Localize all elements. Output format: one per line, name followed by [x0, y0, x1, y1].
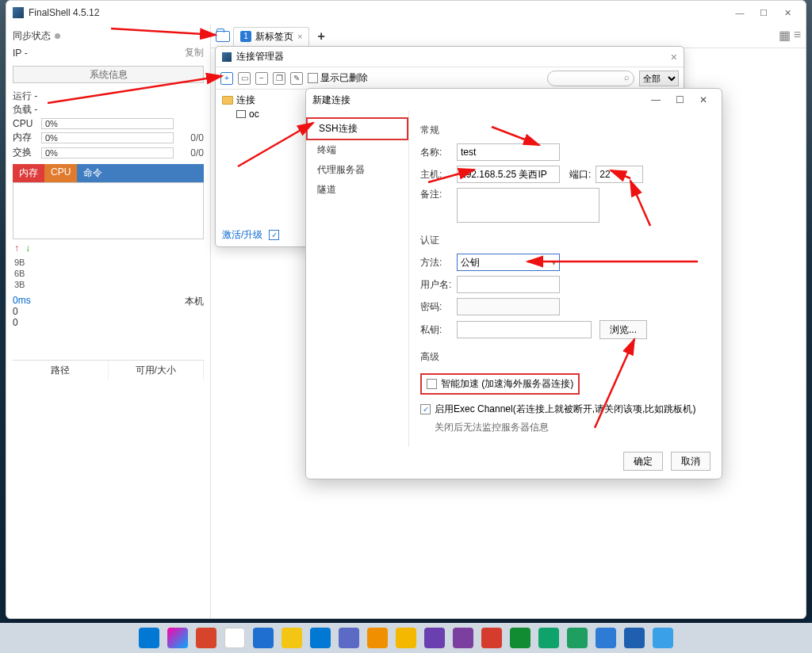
smart-accel-checkbox[interactable]: [427, 379, 437, 389]
app-icon: [13, 7, 24, 18]
col-size[interactable]: 可用/大小: [109, 361, 205, 380]
tab-close-icon[interactable]: ×: [297, 32, 302, 41]
new-conn-title: 新建连接: [312, 94, 350, 107]
tab-cpu[interactable]: CPU: [44, 164, 77, 182]
nc-close-button[interactable]: ✕: [691, 94, 715, 105]
host-field[interactable]: [457, 166, 560, 183]
conn-type-proxy[interactable]: 代理服务器: [306, 160, 408, 180]
tabstrip: 1 新标签页 × +: [211, 25, 806, 48]
upload-icon: ↑: [14, 242, 19, 254]
taskbar-app[interactable]: [453, 628, 473, 648]
taskbar-app[interactable]: [253, 628, 274, 648]
taskbar-app[interactable]: [282, 628, 302, 648]
browse-button[interactable]: 浏览...: [599, 320, 647, 339]
sync-status-label: 同步状态: [13, 29, 51, 43]
copy-button[interactable]: 复制: [185, 46, 204, 59]
sidebar: 同步状态 IP - 复制 系统信息 运行 - 负载 - CPU 0% 内存 0%…: [6, 25, 211, 618]
ok-button[interactable]: 确定: [623, 452, 663, 471]
edit-icon[interactable]: ✎: [290, 72, 303, 85]
taskbar-app[interactable]: [510, 628, 530, 648]
taskbar[interactable]: [0, 623, 812, 653]
cpu-bar: 0%: [41, 118, 174, 129]
dialog-icon: [222, 52, 232, 62]
download-icon: ↓: [25, 242, 30, 254]
ip-label: IP: [13, 48, 21, 59]
nc-minimize-button[interactable]: —: [644, 94, 668, 105]
titlebar: FinalShell 4.5.12 — ☐ ✕: [6, 1, 806, 25]
list-view-icon[interactable]: ≡: [794, 28, 801, 43]
taskbar-app[interactable]: [481, 628, 502, 648]
swap-ratio: 0/0: [177, 147, 204, 158]
minimize-button[interactable]: —: [728, 5, 752, 21]
taskbar-app[interactable]: [567, 628, 588, 648]
taskbar-app[interactable]: [596, 628, 616, 648]
exec-note: 关闭后无法监控服务器信息: [435, 421, 710, 434]
new-folder-icon[interactable]: ▭: [238, 72, 251, 85]
taskbar-app[interactable]: [339, 628, 359, 648]
conn-type-list: SSH连接 终端 代理服务器 隧道: [306, 111, 409, 447]
conn-type-ssh[interactable]: SSH连接: [306, 117, 408, 140]
ip-value: -: [25, 48, 28, 59]
tab-label: 新标签页: [255, 30, 293, 44]
grid-view-icon[interactable]: ▦: [779, 28, 791, 43]
taskbar-app[interactable]: [224, 628, 245, 648]
smart-accel-row[interactable]: 智能加速 (加速海外服务器连接): [420, 373, 580, 395]
filter-select[interactable]: 全部: [639, 71, 679, 86]
taskbar-app[interactable]: [424, 628, 445, 648]
maximize-button[interactable]: ☐: [752, 5, 776, 21]
conn-mgr-title: 连接管理器: [236, 50, 284, 63]
connections-icon[interactable]: [216, 31, 230, 42]
taskbar-app[interactable]: [139, 628, 159, 648]
exec-channel-checkbox[interactable]: [420, 404, 431, 414]
taskbar-app[interactable]: [367, 628, 388, 648]
auth-method-select[interactable]: 公钥: [457, 254, 560, 271]
host-icon: [236, 110, 246, 118]
conn-type-tunnel[interactable]: 隧道: [306, 180, 408, 200]
local-label: 本机: [185, 295, 204, 308]
group-general: 常规: [420, 124, 710, 137]
remark-field[interactable]: [457, 188, 599, 223]
conn-mgr-toolbar: + ▭ − ❐ ✎ 显示已删除 全部: [216, 67, 684, 90]
shanghai[interactable]: [538, 628, 559, 648]
new-connection-dialog: 新建连接 — ☐ ✕ SSH连接 终端 代理服务器 隧道 常规 名称: 主机: …: [305, 88, 722, 479]
new-tab-button[interactable]: +: [312, 29, 329, 44]
swap-label: 交换: [13, 146, 38, 159]
folder-icon: [222, 96, 233, 105]
username-field[interactable]: [457, 276, 560, 293]
sync-dot-icon: [55, 33, 60, 39]
copy-icon[interactable]: ❐: [273, 72, 285, 85]
latency-value: 0ms: [13, 295, 31, 306]
close-button[interactable]: ✕: [776, 5, 799, 21]
show-deleted-checkbox[interactable]: 显示已删除: [308, 71, 368, 85]
search-input[interactable]: [547, 71, 634, 86]
password-field: [457, 298, 560, 315]
col-path[interactable]: 路径: [13, 361, 109, 380]
taskbar-app[interactable]: [196, 628, 216, 648]
taskbar-app[interactable]: [624, 628, 645, 648]
new-connection-icon[interactable]: +: [220, 72, 233, 85]
system-info-button[interactable]: 系统信息: [13, 66, 204, 83]
perf-chart: [13, 182, 204, 239]
activate-link[interactable]: 激活/升级: [222, 228, 262, 242]
tab-memory[interactable]: 内存: [13, 164, 44, 182]
nc-maximize-button[interactable]: ☐: [668, 94, 691, 105]
private-key-field[interactable]: [457, 321, 592, 338]
delete-icon[interactable]: −: [255, 72, 268, 85]
taskbar-app[interactable]: [653, 628, 673, 648]
footer-checkbox[interactable]: ✓: [269, 230, 279, 240]
conn-mgr-close-icon[interactable]: ×: [671, 51, 677, 63]
swap-bar: 0%: [41, 147, 174, 158]
conn-type-terminal[interactable]: 终端: [306, 140, 408, 160]
taskbar-app[interactable]: [167, 628, 188, 648]
tab-command[interactable]: 命令: [77, 164, 109, 182]
name-field[interactable]: [457, 143, 560, 161]
taskbar-app[interactable]: [310, 628, 331, 648]
mem-bar: 0%: [41, 132, 174, 143]
port-field[interactable]: [596, 166, 643, 183]
cancel-button[interactable]: 取消: [671, 452, 710, 471]
tab-new[interactable]: 1 新标签页 ×: [233, 27, 309, 46]
group-auth: 认证: [420, 234, 710, 247]
running-label: 运行 -: [13, 90, 204, 103]
perf-tabs: 内存 CPU 命令: [13, 164, 204, 182]
taskbar-app[interactable]: [396, 628, 416, 648]
